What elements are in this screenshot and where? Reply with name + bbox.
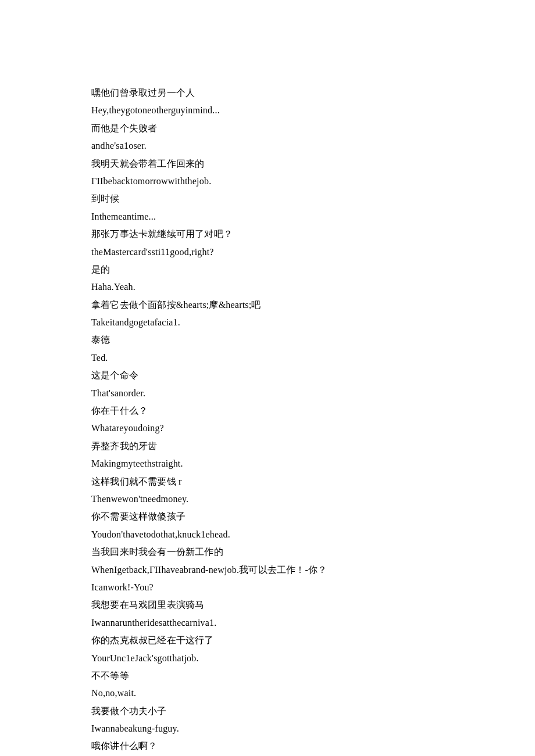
text-line: 泰德 [91, 331, 535, 349]
text-line: Youdon'thavetodothat,knuck1ehead. [91, 526, 535, 543]
text-line: Thenwewon'tneedmoney. [91, 490, 535, 508]
text-line: 嘿他们曾录取过另一个人 [91, 84, 535, 102]
text-line: WhenIgetback,ΓIIhaveabrand-newjob.我可以去工作… [91, 561, 535, 579]
text-line: 弄整齐我的牙齿 [91, 438, 535, 455]
text-line: 当我回来时我会有一份新工作的 [91, 543, 535, 561]
text-line: Makingmyteethstraight. [91, 455, 535, 472]
text-line: theMastercard'ssti11good,right? [91, 243, 535, 261]
text-line: 这样我们就不需要钱 r [91, 473, 535, 490]
text-line: Ted. [91, 349, 535, 367]
text-line: 拿着它去做个面部按&hearts;摩&hearts;吧 [91, 296, 535, 314]
text-line: 哦你讲什么啊？ [91, 737, 535, 755]
text-line: 你的杰克叔叔已经在干这行了 [91, 632, 535, 649]
text-line: Icanwork!-You? [91, 579, 535, 596]
text-line: Hey,theygotoneotherguyinmind... [91, 102, 535, 119]
text-line: Inthemeantime... [91, 208, 535, 225]
text-line: YourUnc1eJack'sgotthatjob. [91, 650, 535, 667]
text-line: 我明天就会带着工作回来的 [91, 155, 535, 173]
text-line: 而他是个失败者 [91, 120, 535, 137]
text-line: 这是个命令 [91, 367, 535, 384]
text-line: 不不等等 [91, 667, 535, 685]
text-line: 我要做个功夫小子 [91, 703, 535, 720]
text-line: 你不需要这样做傻孩子 [91, 508, 535, 525]
text-line: Iwannabeakung-fuguy. [91, 720, 535, 737]
text-line: That'sanorder. [91, 385, 535, 402]
document-page: 嘿他们曾录取过另一个人 Hey,theygotoneotherguyinmind… [0, 0, 535, 756]
text-line: Takeitandgogetafacia1. [91, 314, 535, 331]
text-line: No,no,wait. [91, 685, 535, 702]
text-line: ΓIIbebacktomorrowwiththejob. [91, 173, 535, 190]
text-line: 你在干什么？ [91, 402, 535, 420]
text-line: 到时候 [91, 190, 535, 207]
text-line: andhe'sa1oser. [91, 137, 535, 155]
text-line: 那张万事达卡就继续可用了对吧？ [91, 225, 535, 243]
text-line: 我想要在马戏团里表演骑马 [91, 596, 535, 614]
text-line: 是的 [91, 261, 535, 278]
text-line: Haha.Yeah. [91, 278, 535, 296]
text-line: Iwannaruntheridesatthecarniva1. [91, 614, 535, 632]
text-line: Whatareyoudoing? [91, 420, 535, 437]
